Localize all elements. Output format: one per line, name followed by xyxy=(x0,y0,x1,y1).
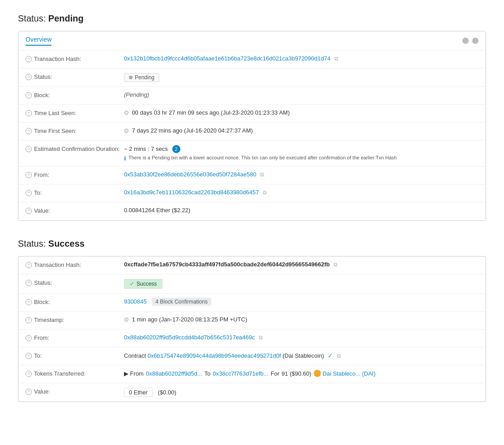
help-icon[interactable]: ? xyxy=(26,110,32,116)
help-icon[interactable]: ? xyxy=(26,208,32,214)
help-icon[interactable]: ? xyxy=(26,262,32,268)
help-icon[interactable]: ? xyxy=(26,280,32,286)
tokens-for-prefix: For xyxy=(271,370,280,377)
pending-time-last-seen-row: ? Time Last Seen: ⊙ 00 days 03 hr 27 min… xyxy=(18,105,486,123)
help-icon[interactable]: ? xyxy=(26,335,32,341)
success-tx-hash-label: ? Transaction Hash: xyxy=(26,261,124,268)
value-usd: ($0.00) xyxy=(158,389,176,396)
tx-hash-link[interactable]: 0x132b10fbcb1d9fccc4d6b05afaae1e61b6ba72… xyxy=(124,55,330,62)
help-icon[interactable]: ? xyxy=(26,92,32,98)
success-timestamp-value: ⊙ 1 min ago (Jan-17-2020 08:13:25 PM +UT… xyxy=(124,316,478,323)
tokens-amount: 91 ($90.60) xyxy=(282,370,312,377)
pending-est-confirm-row: ? Estimated Confirmation Duration: ~ 2 m… xyxy=(18,141,486,167)
copy-icon[interactable]: ⧉ xyxy=(334,56,338,62)
success-section-title: Status: Success xyxy=(18,239,486,249)
success-value-label: ? Value: xyxy=(26,388,124,395)
dai-badge: Dai Stableco... (DAI) xyxy=(314,370,376,377)
pending-card: Overview ? Transaction Hash: 0x132b10fbc… xyxy=(18,31,486,221)
success-status-row: ? Status: Success xyxy=(18,274,486,294)
help-icon[interactable]: ? xyxy=(26,146,32,152)
success-to-label: ? To: xyxy=(26,352,124,359)
success-block-label: ? Block: xyxy=(26,298,124,305)
success-timestamp-row: ? Timestamp: ⊙ 1 min ago (Jan-17-2020 08… xyxy=(18,312,486,329)
pending-to-label: ? To: xyxy=(26,189,124,196)
success-tokens-label: ? Tokens Transferred: xyxy=(26,370,124,377)
help-icon[interactable]: ? xyxy=(26,128,32,134)
tokens-from-link[interactable]: 0x88ab60202ff9d5d... xyxy=(146,370,202,377)
success-from-label: ? From: xyxy=(26,334,124,341)
copy-icon[interactable]: ⧉ xyxy=(333,261,337,268)
help-icon[interactable]: ? xyxy=(26,56,32,62)
clock-icon: ⊙ xyxy=(124,127,129,134)
pending-block-row: ? Block: (Pending) xyxy=(18,87,486,105)
contract-name: (Dai Stablecoin) xyxy=(282,352,324,359)
pending-status-value: Pending xyxy=(124,73,478,82)
help-icon[interactable]: ? xyxy=(26,190,32,196)
pending-value-value: 0.00841264 Ether ($2.22) xyxy=(124,207,478,214)
help-icon[interactable]: ? xyxy=(26,317,32,323)
pending-status-row: ? Status: Pending xyxy=(18,68,486,87)
pending-from-value: 0x53ab330f2ee86debb26556e036ed50f7284ae5… xyxy=(124,171,478,178)
copy-icon[interactable]: ⧉ xyxy=(337,353,341,359)
success-value-value: 0 Ether ($0.00) xyxy=(124,388,478,397)
success-to-value: Contract 0x6b175474e89094c44da98b954eede… xyxy=(124,352,478,359)
pending-from-row: ? From: 0x53ab330f2ee86debb26556e036ed50… xyxy=(18,167,486,184)
value-box: 0 Ether xyxy=(124,388,153,397)
pending-to-value: 0x16a3bd9c7eb11106326cad2263bd8463980d64… xyxy=(124,189,478,196)
dai-token-link[interactable]: Dai Stableco... (DAI) xyxy=(323,370,376,377)
pending-block-label: ? Block: xyxy=(26,91,124,98)
tab-bar: Overview xyxy=(18,31,486,51)
pending-value-row: ? Value: 0.00841264 Ether ($2.22) xyxy=(18,202,486,220)
to-address-link[interactable]: 0x16a3bd9c7eb11106326cad2263bd8463980d64… xyxy=(124,189,259,196)
verified-check-icon: ✓ xyxy=(328,352,333,359)
pending-time-last-seen-value: ⊙ 00 days 03 hr 27 min 09 secs ago (Jul-… xyxy=(124,109,478,116)
info-note: ℹ There is a Pending txn with a lower ac… xyxy=(124,155,478,162)
pending-tx-hash-label: ? Transaction Hash: xyxy=(26,55,124,62)
pending-est-confirm-value: ~ 2 mins : 7 secs 2 ℹ There is a Pending… xyxy=(124,145,478,162)
from-address-link[interactable]: 0x53ab330f2ee86debb26556e036ed50f7284ae5… xyxy=(124,171,256,178)
contract-prefix: Contract xyxy=(124,352,146,359)
pending-badge: Pending xyxy=(124,73,159,82)
help-icon[interactable]: ? xyxy=(26,172,32,178)
info-note-icon: ℹ xyxy=(124,155,126,162)
success-value-row: ? Value: 0 Ether ($0.00) xyxy=(18,383,486,402)
tokens-to-link[interactable]: 0x38cc7f763d71efb... xyxy=(213,370,268,377)
clock-icon: ⊙ xyxy=(124,316,129,323)
copy-icon[interactable]: ⧉ xyxy=(259,334,263,341)
pending-value-label: ? Value: xyxy=(26,207,124,214)
block-confirmations: 4 Block Confirmations xyxy=(152,298,211,306)
success-status-label: ? Status: xyxy=(26,279,124,286)
pending-from-label: ? From: xyxy=(26,171,124,178)
pending-tx-hash-value: 0x132b10fbcb1d9fccc4d6b05afaae1e61b6ba72… xyxy=(124,55,478,62)
success-tx-hash-row: ? Transaction Hash: 0xcffade7f5e1a67579c… xyxy=(18,257,486,274)
success-to-row: ? To: Contract 0x6b175474e89094c44da98b9… xyxy=(18,347,486,365)
confirm-badge: 2 xyxy=(172,145,180,153)
tokens-from-prefix: ▶ From xyxy=(124,370,144,377)
pending-section-title: Status: Pending xyxy=(18,13,486,24)
success-block-value: 9300845 4 Block Confirmations xyxy=(124,298,478,305)
success-from-value: 0x88ab60202ff9d5d9ccdd4b4d7b656c5317ea46… xyxy=(124,334,478,341)
help-icon[interactable]: ? xyxy=(26,389,32,395)
success-tokens-value: ▶ From 0x88ab60202ff9d5d... To 0x38cc7f7… xyxy=(124,370,478,377)
help-icon[interactable]: ? xyxy=(26,74,32,80)
copy-icon[interactable]: ⧉ xyxy=(263,189,267,196)
success-from-row: ? From: 0x88ab60202ff9d5d9ccdd4b4d7b656c… xyxy=(18,329,486,347)
block-number-link[interactable]: 9300845 xyxy=(124,298,147,305)
help-icon[interactable]: ? xyxy=(26,371,32,377)
success-tokens-row: ? Tokens Transferred: ▶ From 0x88ab60202… xyxy=(18,365,486,383)
overview-tab[interactable]: Overview xyxy=(26,36,51,46)
success-block-row: ? Block: 9300845 4 Block Confirmations xyxy=(18,294,486,312)
pending-time-first-seen-value: ⊙ 7 days 22 mins ago (Jul-16-2020 04:27:… xyxy=(124,127,478,134)
help-icon[interactable]: ? xyxy=(26,353,32,359)
success-timestamp-label: ? Timestamp: xyxy=(26,316,124,323)
success-tx-hash-value: 0xcffade7f5e1a67579cb4333aff497fd5a500cb… xyxy=(124,261,478,268)
pending-time-first-seen-label: ? Time First Seen: xyxy=(26,127,124,134)
copy-icon[interactable]: ⧉ xyxy=(260,171,264,178)
contract-address-link[interactable]: 0x6b175474e89094c44da98b954eedeac495271d… xyxy=(148,352,281,359)
help-icon[interactable]: ? xyxy=(26,299,32,305)
tx-hash-bold: 0xcffade7f5e1a67579cb4333aff497fd5a500cb… xyxy=(124,261,330,268)
pending-time-first-seen-row: ? Time First Seen: ⊙ 7 days 22 mins ago … xyxy=(18,123,486,141)
clock-icon: ⊙ xyxy=(124,109,129,116)
pending-est-confirm-label: ? Estimated Confirmation Duration: xyxy=(26,145,124,152)
from-address-link[interactable]: 0x88ab60202ff9d5d9ccdd4b4d7b656c5317ea46… xyxy=(124,334,255,341)
